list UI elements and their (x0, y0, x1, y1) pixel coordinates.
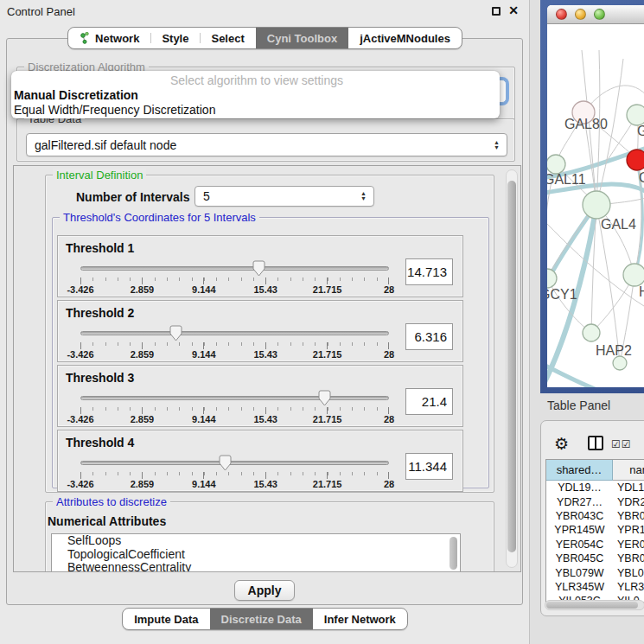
algorithm-dropdown-popup: Select algorithm to view settings Manual… (11, 71, 500, 118)
table-row[interactable]: YBR043CYBR0 (546, 509, 644, 523)
combo-stepper-icon: ▲▼ (494, 140, 500, 150)
interval-definition-title: Interval Definition (53, 169, 146, 182)
tab-jactivemnodules[interactable]: jActiveMNodules (348, 28, 462, 48)
threshold-value-input[interactable] (405, 388, 453, 415)
settings-scroll-panel: Interval Definition Number of Intervals … (13, 165, 521, 572)
network-icon (80, 32, 90, 44)
list-scrollbar[interactable] (450, 537, 457, 570)
apply-button[interactable]: Apply (234, 580, 295, 601)
list-item[interactable]: TopologicalCoefficient (52, 548, 460, 562)
tab-network[interactable]: Network (68, 28, 150, 48)
threshold-value-input[interactable] (405, 453, 453, 480)
interval-definition-group: Interval Definition Number of Intervals … (45, 175, 494, 493)
slider-track[interactable] (80, 461, 389, 465)
threshold-slider[interactable]: -3.4262.8599.14415.4321.71528 (80, 455, 389, 491)
column-header-name[interactable]: name (613, 460, 644, 481)
close-traffic-light-icon[interactable] (556, 9, 567, 20)
dropdown-option-equal-width[interactable]: Equal Width/Frequency Discretization (11, 103, 500, 118)
network-node-label: GAL80 (564, 117, 608, 131)
zoom-traffic-light-icon[interactable] (594, 9, 605, 20)
threshold-label: Threshold 4 (66, 436, 134, 450)
slider-thumb-icon[interactable] (252, 260, 265, 277)
list-item[interactable]: SelfLoops (52, 534, 460, 548)
threshold-panel: Threshold 4 -3.4262.8599.14415.4321.7152… (57, 430, 463, 492)
table-row[interactable]: YBL079WYBL0 (546, 565, 644, 579)
table-row[interactable]: YBR045CYBR0 (546, 552, 644, 565)
network-node[interactable] (583, 191, 610, 219)
threshold-value-input[interactable] (405, 258, 453, 285)
slider-track[interactable] (80, 331, 389, 335)
panel-title: Control Panel (7, 5, 75, 18)
slider-thumb-icon[interactable] (169, 325, 182, 341)
table-panel-title: Table Panel (547, 399, 610, 412)
thresholds-group-title: Threshold's Coordinates for 5 Intervals (60, 211, 259, 224)
tab-select[interactable]: Select (200, 28, 255, 48)
threshold-slider[interactable]: -3.4262.8599.14415.4321.71528 (80, 325, 389, 361)
table-row[interactable]: YDL19…YDL1 (546, 481, 644, 494)
threshold-panel: Threshold 3 -3.4262.8599.14415.4321.7152… (57, 365, 463, 427)
threshold-value-input[interactable] (405, 323, 453, 350)
settings-scrollbar[interactable] (506, 169, 518, 568)
table-data-group: Table Data galFiltered.sif default node … (16, 118, 515, 162)
thresholds-group: Threshold's Coordinates for 5 Intervals … (52, 217, 489, 488)
scrollbar-thumb[interactable] (546, 602, 638, 609)
network-node-label: C (639, 170, 644, 185)
threshold-label: Threshold 1 (66, 241, 134, 255)
slider-ticks (80, 342, 389, 349)
table-data-combobox[interactable]: galFiltered.sif default node ▲▼ (26, 133, 507, 156)
tab-impute-data[interactable]: Impute Data (123, 609, 209, 629)
float-window-icon[interactable] (492, 7, 501, 16)
slider-thumb-icon[interactable] (219, 455, 232, 471)
slider-tick-labels: -3.4262.8599.14415.4321.71528 (80, 284, 389, 296)
gear-icon[interactable]: ⚙ (554, 434, 569, 454)
tab-style[interactable]: Style (150, 28, 200, 48)
list-item[interactable]: BetweennessCentrality (52, 561, 460, 572)
network-node[interactable] (583, 324, 600, 341)
network-window-titlebar[interactable] (547, 5, 644, 24)
scrollbar-thumb[interactable] (507, 181, 516, 552)
slider-track[interactable] (80, 266, 389, 271)
network-node[interactable] (623, 264, 644, 286)
attributes-group: Attributes to discretize Numerical Attri… (45, 501, 494, 572)
node-table[interactable]: shared… name YDL19…YDL1 YDR27…YDR2 YBR04… (545, 459, 644, 603)
network-node[interactable] (547, 155, 565, 174)
column-checkboxes-icon[interactable]: ☑☑ (611, 438, 632, 450)
numerical-attributes-label: Numerical Attributes (48, 514, 166, 528)
table-header-row: shared… name (546, 460, 644, 481)
attributes-list[interactable]: SelfLoops TopologicalCoefficient Between… (51, 533, 461, 572)
threshold-slider[interactable]: -3.4262.8599.14415.4321.71528 (80, 390, 389, 426)
table-horizontal-scrollbar[interactable] (545, 600, 644, 610)
network-node[interactable] (627, 150, 644, 170)
threshold-label: Threshold 2 (66, 306, 134, 320)
network-node-label: H (639, 284, 644, 299)
slider-ticks (80, 407, 389, 414)
network-node[interactable] (547, 269, 557, 288)
network-node-label: G (637, 124, 644, 138)
attributes-group-title: Attributes to discretize (53, 495, 170, 508)
tab-infer-network[interactable]: Infer Network (313, 609, 407, 629)
slider-thumb-icon[interactable] (318, 390, 331, 406)
network-node-label: GCY1 (547, 287, 577, 302)
network-node-label: GAL11 (547, 172, 586, 187)
network-canvas[interactable]: GAL80GCGAL11GAL4GCY1HHAP2 (547, 24, 644, 387)
table-row[interactable]: YER054CYER0 (546, 538, 644, 552)
dropdown-option-manual[interactable]: Manual Discretization (11, 88, 500, 103)
table-row[interactable]: YDR27…YDR2 (546, 494, 644, 508)
dropdown-placeholder-item[interactable]: Select algorithm to view settings (11, 73, 500, 88)
close-icon[interactable]: ✕ (508, 3, 519, 17)
num-intervals-combobox[interactable]: 5 ▲▼ (194, 186, 374, 207)
split-columns-icon[interactable] (588, 436, 603, 450)
table-row[interactable]: YPR145WYPR1 (546, 523, 644, 537)
table-row[interactable]: YLR345WYLR3 (546, 580, 644, 594)
minimize-traffic-light-icon[interactable] (575, 9, 586, 20)
threshold-slider[interactable]: -3.4262.8599.14415.4321.71528 (80, 260, 389, 296)
column-header-shared-name[interactable]: shared… (546, 460, 613, 481)
tab-discretize-data[interactable]: Discretize Data (210, 609, 313, 629)
slider-track[interactable] (80, 396, 389, 400)
network-node[interactable] (613, 356, 627, 370)
toolbox-tabbar: Network Style Select Cyni Toolbox jActiv… (67, 27, 462, 49)
threshold-label: Threshold 3 (66, 371, 134, 385)
threshold-panel: Threshold 1 -3.4262.8599.14415.4321.7152… (57, 235, 463, 297)
network-node[interactable] (627, 105, 644, 125)
tab-cyni-toolbox[interactable]: Cyni Toolbox (256, 28, 348, 48)
